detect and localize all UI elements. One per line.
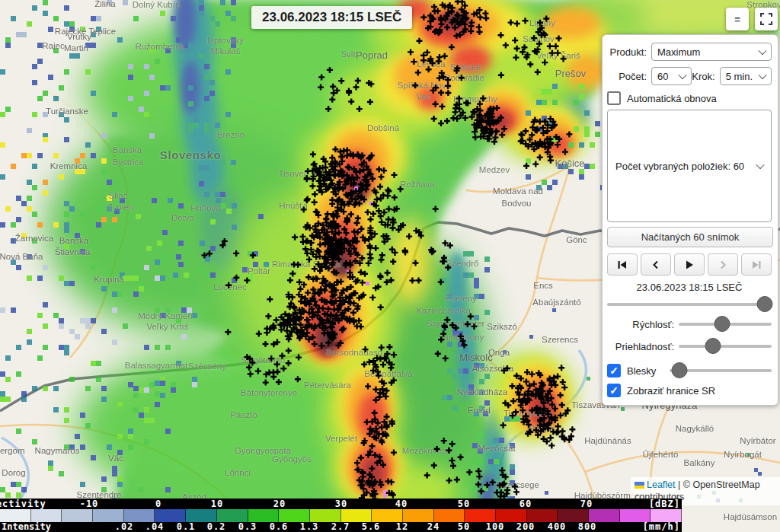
fullscreen-button[interactable]: [755, 8, 778, 30]
step-back-icon: [650, 259, 662, 271]
dbz-unit: [dBZ]: [649, 499, 680, 509]
intensity-label: Intensity: [2, 522, 51, 532]
legend-color-cell: [279, 509, 310, 522]
legend-color-cell: [0, 509, 31, 522]
opacity-slider-handle[interactable]: [705, 338, 721, 354]
loaded-frames-label: Načítaných 60 snímok: [641, 231, 740, 243]
legend-color-cell: [93, 509, 124, 522]
legend-tick: 5.6: [362, 522, 381, 532]
legend-color-cell: [434, 509, 465, 522]
lightning-strike-cluster: [318, 67, 374, 112]
step-label: Krok:: [692, 71, 714, 82]
color-scale-bar: [0, 509, 682, 522]
legend-tick: 50: [458, 499, 470, 509]
legend-tick: 0.6: [270, 522, 289, 532]
lightning-strike-cluster: [523, 406, 575, 449]
selected-items-summary: Počet vybraných položiek: 60: [615, 161, 744, 172]
legend-color-cell: [341, 509, 372, 522]
auto-refresh-label: Automatická obnova: [627, 93, 717, 104]
legend-color-cell: [248, 509, 280, 522]
legend-tick: 60: [519, 499, 532, 509]
legend-color-cell: [62, 509, 93, 522]
borders-label: Zobraziť hranice SR: [627, 385, 715, 397]
legend-tick: 30: [335, 499, 347, 509]
borders-row: ✓ Zobraziť hranice SR: [607, 384, 772, 397]
borders-checkbox[interactable]: ✓: [607, 384, 621, 397]
lightning-strike-cluster: [201, 238, 273, 302]
lightning-slider-handle[interactable]: [672, 362, 688, 378]
legend-tick: 20: [273, 499, 286, 509]
speed-slider-handle[interactable]: [714, 316, 730, 332]
legend-tick: 100: [486, 522, 505, 532]
lightning-strike-cluster: [420, 0, 489, 39]
legend-color-cell: [403, 509, 434, 522]
legend-tick: 50: [458, 522, 470, 532]
chevron-down-icon: [756, 161, 764, 169]
lightning-opacity-slider[interactable]: [670, 362, 772, 379]
osm-copyright: © OpenStreetMap: [683, 479, 760, 490]
auto-refresh-row: Automatická obnova: [607, 91, 772, 105]
lightning-label: Blesky: [627, 365, 670, 377]
play-button[interactable]: [674, 253, 705, 276]
equals-icon: =: [734, 14, 740, 25]
legend-tick: 0.3: [238, 522, 257, 532]
product-select[interactable]: Maximum: [651, 43, 772, 61]
timeline-row: [607, 296, 772, 313]
lightning-strike-cluster: [358, 410, 395, 461]
radar-map-app: ŽilinaDolný KubínRajecké TepliceRajecVrú…: [0, 0, 780, 532]
product-row: Produkt: Maximum: [607, 43, 772, 61]
skip-end-button: [741, 253, 772, 276]
opacity-slider[interactable]: [679, 338, 772, 355]
legend-toggle-button[interactable]: =: [726, 8, 749, 30]
intensity-scale-row: Intensity [mm/h] .02.040.10.20.30.61.32.…: [0, 522, 682, 532]
lightning-row: ✓ Blesky: [607, 362, 772, 379]
step-select[interactable]: 5 min.: [720, 67, 772, 85]
legend-tick: 0.1: [177, 522, 196, 532]
playback-controls: [607, 253, 772, 276]
timeline-slider-handle[interactable]: [757, 296, 773, 312]
lightning-strike-cluster: [475, 467, 519, 499]
slider-track[interactable]: [607, 303, 772, 306]
speed-label: Rýchlosť:: [607, 319, 674, 330]
chevron-down-icon: [758, 71, 766, 79]
reflectivity-label: Reflectivity: [0, 499, 47, 509]
lightning-strike-cluster: [408, 38, 465, 96]
legend-color-cell: [217, 509, 248, 522]
speed-row: Rýchlosť:: [607, 316, 772, 333]
legend-tick: 2.7: [331, 522, 350, 532]
step-value: 5 min.: [726, 71, 753, 82]
lightning-strike-cluster: [284, 266, 366, 349]
lightning-strike-cluster: [398, 206, 453, 285]
step-back-button[interactable]: [641, 253, 671, 276]
count-value: 60: [657, 71, 668, 82]
loaded-frames-button[interactable]: Načítaných 60 snímok: [607, 227, 773, 247]
leaflet-link[interactable]: Leaflet: [647, 479, 676, 490]
legend-tick: 200: [516, 522, 535, 532]
count-select[interactable]: 60: [651, 67, 692, 85]
panel-timestamp: 23.06.2023 18:15 LSEČ: [607, 282, 772, 293]
legend-color-cell: [527, 509, 558, 522]
lightning-checkbox[interactable]: ✓: [607, 364, 621, 377]
slider-track[interactable]: [679, 345, 772, 348]
legend-color-cell: [372, 509, 403, 522]
count-step-row: Počet: 60 Krok: 5 min.: [607, 67, 772, 85]
legend-color-cell: [589, 509, 620, 522]
legend-color-cell: [155, 509, 186, 522]
step-forward-icon: [717, 259, 729, 271]
skip-start-button[interactable]: [607, 253, 638, 276]
opacity-row: Priehladnosť:: [607, 338, 772, 355]
attribution-separator: |: [676, 479, 683, 490]
selected-items-listbox[interactable]: Počet vybraných položiek: 60: [607, 110, 772, 222]
legend-color-cell: [496, 509, 527, 522]
speed-slider[interactable]: [679, 316, 772, 333]
product-value: Maximum: [657, 46, 700, 58]
timeline-slider[interactable]: [607, 296, 772, 313]
auto-refresh-checkbox[interactable]: [607, 91, 621, 105]
legend-tick: 70: [580, 499, 593, 509]
lightning-strike-cluster: [435, 314, 478, 362]
play-icon: [683, 259, 695, 271]
map-timestamp-badge: 23.06.2023 18:15 LSEČ: [251, 6, 412, 29]
chevron-down-icon: [758, 46, 766, 55]
legend-tick: 0.2: [207, 522, 226, 532]
lightning-strike-cluster: [518, 116, 573, 169]
